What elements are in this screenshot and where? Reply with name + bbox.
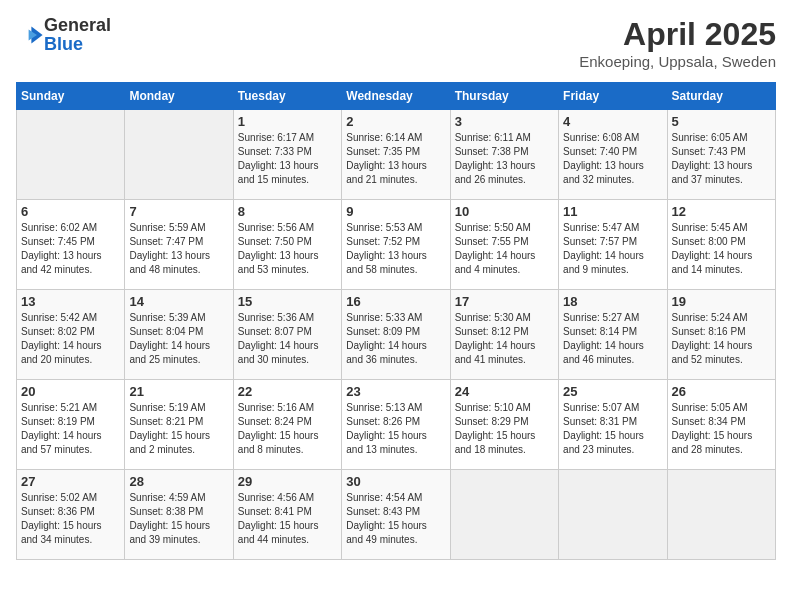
day-info: Sunrise: 5:05 AMSunset: 8:34 PMDaylight:… [672,401,771,457]
day-number: 28 [129,474,228,489]
day-info: Sunrise: 5:47 AMSunset: 7:57 PMDaylight:… [563,221,662,277]
day-of-week-header: Sunday [17,83,125,110]
day-info: Sunrise: 6:17 AMSunset: 7:33 PMDaylight:… [238,131,337,187]
day-info: Sunrise: 5:59 AMSunset: 7:47 PMDaylight:… [129,221,228,277]
day-number: 3 [455,114,554,129]
day-number: 4 [563,114,662,129]
day-info: Sunrise: 4:54 AMSunset: 8:43 PMDaylight:… [346,491,445,547]
day-number: 6 [21,204,120,219]
day-number: 11 [563,204,662,219]
calendar-cell: 27Sunrise: 5:02 AMSunset: 8:36 PMDayligh… [17,470,125,560]
day-number: 26 [672,384,771,399]
calendar-cell: 22Sunrise: 5:16 AMSunset: 8:24 PMDayligh… [233,380,341,470]
day-number: 10 [455,204,554,219]
calendar-cell: 26Sunrise: 5:05 AMSunset: 8:34 PMDayligh… [667,380,775,470]
day-number: 8 [238,204,337,219]
title-area: April 2025 Enkoeping, Uppsala, Sweden [579,16,776,70]
day-number: 2 [346,114,445,129]
day-of-week-header: Monday [125,83,233,110]
day-of-week-header: Thursday [450,83,558,110]
calendar-header: SundayMondayTuesdayWednesdayThursdayFrid… [17,83,776,110]
calendar-cell [667,470,775,560]
day-info: Sunrise: 4:56 AMSunset: 8:41 PMDaylight:… [238,491,337,547]
calendar-cell: 25Sunrise: 5:07 AMSunset: 8:31 PMDayligh… [559,380,667,470]
subtitle: Enkoeping, Uppsala, Sweden [579,53,776,70]
day-number: 19 [672,294,771,309]
day-info: Sunrise: 6:05 AMSunset: 7:43 PMDaylight:… [672,131,771,187]
logo-general: General [44,15,111,35]
calendar-cell: 23Sunrise: 5:13 AMSunset: 8:26 PMDayligh… [342,380,450,470]
day-info: Sunrise: 5:42 AMSunset: 8:02 PMDaylight:… [21,311,120,367]
day-number: 30 [346,474,445,489]
calendar-cell: 5Sunrise: 6:05 AMSunset: 7:43 PMDaylight… [667,110,775,200]
calendar-cell: 13Sunrise: 5:42 AMSunset: 8:02 PMDayligh… [17,290,125,380]
calendar-cell: 18Sunrise: 5:27 AMSunset: 8:14 PMDayligh… [559,290,667,380]
day-info: Sunrise: 6:11 AMSunset: 7:38 PMDaylight:… [455,131,554,187]
day-number: 1 [238,114,337,129]
page-header: General Blue April 2025 Enkoeping, Uppsa… [16,16,776,70]
day-info: Sunrise: 5:16 AMSunset: 8:24 PMDaylight:… [238,401,337,457]
day-info: Sunrise: 5:56 AMSunset: 7:50 PMDaylight:… [238,221,337,277]
calendar-cell: 29Sunrise: 4:56 AMSunset: 8:41 PMDayligh… [233,470,341,560]
day-number: 7 [129,204,228,219]
day-info: Sunrise: 5:10 AMSunset: 8:29 PMDaylight:… [455,401,554,457]
day-info: Sunrise: 5:27 AMSunset: 8:14 PMDaylight:… [563,311,662,367]
calendar-table: SundayMondayTuesdayWednesdayThursdayFrid… [16,82,776,560]
day-number: 14 [129,294,228,309]
day-number: 5 [672,114,771,129]
day-info: Sunrise: 6:08 AMSunset: 7:40 PMDaylight:… [563,131,662,187]
day-number: 27 [21,474,120,489]
calendar-week-row: 20Sunrise: 5:21 AMSunset: 8:19 PMDayligh… [17,380,776,470]
day-number: 25 [563,384,662,399]
day-info: Sunrise: 4:59 AMSunset: 8:38 PMDaylight:… [129,491,228,547]
day-of-week-header: Wednesday [342,83,450,110]
calendar-cell [559,470,667,560]
day-info: Sunrise: 5:30 AMSunset: 8:12 PMDaylight:… [455,311,554,367]
logo-icon [16,21,44,49]
calendar-cell: 17Sunrise: 5:30 AMSunset: 8:12 PMDayligh… [450,290,558,380]
calendar-cell: 2Sunrise: 6:14 AMSunset: 7:35 PMDaylight… [342,110,450,200]
calendar-cell: 4Sunrise: 6:08 AMSunset: 7:40 PMDaylight… [559,110,667,200]
day-number: 23 [346,384,445,399]
calendar-cell: 6Sunrise: 6:02 AMSunset: 7:45 PMDaylight… [17,200,125,290]
logo: General Blue [16,16,111,54]
calendar-cell: 9Sunrise: 5:53 AMSunset: 7:52 PMDaylight… [342,200,450,290]
calendar-cell: 11Sunrise: 5:47 AMSunset: 7:57 PMDayligh… [559,200,667,290]
calendar-cell: 1Sunrise: 6:17 AMSunset: 7:33 PMDaylight… [233,110,341,200]
calendar-cell: 28Sunrise: 4:59 AMSunset: 8:38 PMDayligh… [125,470,233,560]
day-number: 24 [455,384,554,399]
day-number: 29 [238,474,337,489]
calendar-cell: 3Sunrise: 6:11 AMSunset: 7:38 PMDaylight… [450,110,558,200]
calendar-week-row: 27Sunrise: 5:02 AMSunset: 8:36 PMDayligh… [17,470,776,560]
logo-blue: Blue [44,34,83,54]
calendar-cell: 24Sunrise: 5:10 AMSunset: 8:29 PMDayligh… [450,380,558,470]
day-of-week-header: Tuesday [233,83,341,110]
day-info: Sunrise: 5:36 AMSunset: 8:07 PMDaylight:… [238,311,337,367]
day-info: Sunrise: 5:50 AMSunset: 7:55 PMDaylight:… [455,221,554,277]
day-number: 18 [563,294,662,309]
day-info: Sunrise: 5:19 AMSunset: 8:21 PMDaylight:… [129,401,228,457]
day-info: Sunrise: 5:24 AMSunset: 8:16 PMDaylight:… [672,311,771,367]
day-info: Sunrise: 5:02 AMSunset: 8:36 PMDaylight:… [21,491,120,547]
day-info: Sunrise: 5:33 AMSunset: 8:09 PMDaylight:… [346,311,445,367]
day-number: 12 [672,204,771,219]
day-info: Sunrise: 6:14 AMSunset: 7:35 PMDaylight:… [346,131,445,187]
calendar-cell [17,110,125,200]
calendar-cell: 16Sunrise: 5:33 AMSunset: 8:09 PMDayligh… [342,290,450,380]
day-info: Sunrise: 5:07 AMSunset: 8:31 PMDaylight:… [563,401,662,457]
day-number: 20 [21,384,120,399]
day-number: 17 [455,294,554,309]
day-number: 22 [238,384,337,399]
calendar-cell: 10Sunrise: 5:50 AMSunset: 7:55 PMDayligh… [450,200,558,290]
day-info: Sunrise: 5:39 AMSunset: 8:04 PMDaylight:… [129,311,228,367]
day-of-week-header: Saturday [667,83,775,110]
calendar-cell: 21Sunrise: 5:19 AMSunset: 8:21 PMDayligh… [125,380,233,470]
day-info: Sunrise: 6:02 AMSunset: 7:45 PMDaylight:… [21,221,120,277]
calendar-cell: 7Sunrise: 5:59 AMSunset: 7:47 PMDaylight… [125,200,233,290]
calendar-week-row: 1Sunrise: 6:17 AMSunset: 7:33 PMDaylight… [17,110,776,200]
calendar-cell: 14Sunrise: 5:39 AMSunset: 8:04 PMDayligh… [125,290,233,380]
calendar-cell: 30Sunrise: 4:54 AMSunset: 8:43 PMDayligh… [342,470,450,560]
calendar-cell: 8Sunrise: 5:56 AMSunset: 7:50 PMDaylight… [233,200,341,290]
day-info: Sunrise: 5:21 AMSunset: 8:19 PMDaylight:… [21,401,120,457]
calendar-week-row: 13Sunrise: 5:42 AMSunset: 8:02 PMDayligh… [17,290,776,380]
